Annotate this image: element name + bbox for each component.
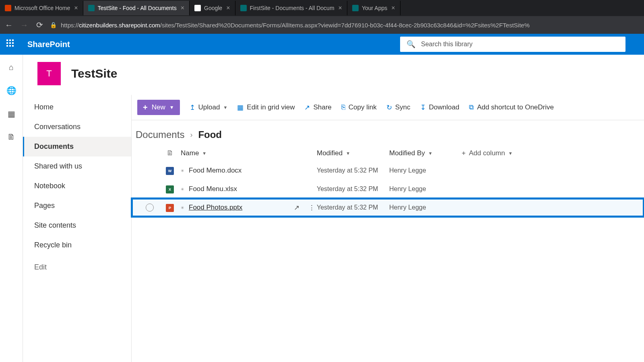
download-icon: ↧	[420, 103, 426, 112]
leftnav-item[interactable]: Recycle bin	[23, 235, 131, 255]
home-icon[interactable]: ⌂	[9, 63, 14, 72]
file-modified-by[interactable]: Henry Legge	[389, 167, 462, 174]
add-shortcut-button[interactable]: ⧉Add shortcut to OneDrive	[469, 103, 554, 111]
share-icon[interactable]: ↗	[294, 204, 299, 212]
new-indicator-icon: ✳	[181, 206, 184, 210]
browser-tab[interactable]: FirstSite - Documents - All Docum ×	[235, 1, 347, 15]
file-modified: Yesterday at 5:32 PM	[317, 167, 389, 174]
file-modified: Yesterday at 5:32 PM	[317, 204, 389, 211]
excel-file-icon: X	[166, 185, 174, 193]
lock-icon: 🔒	[50, 22, 57, 28]
tab-title: FirstSite - Documents - All Docum	[250, 5, 334, 11]
modified-column[interactable]: Modified▼	[317, 149, 389, 157]
leftnav-item[interactable]: Conversations	[23, 117, 131, 137]
add-column-button[interactable]: +Add column▼	[462, 149, 534, 157]
copy-link-button[interactable]: ⎘Copy link	[341, 103, 377, 111]
breadcrumb-current: Food	[198, 129, 222, 140]
new-indicator-icon: ✳	[181, 187, 184, 191]
modified-by-column[interactable]: Modified By▼	[389, 149, 462, 157]
filetype-column-icon[interactable]: 🗎	[164, 149, 176, 157]
url-field[interactable]: 🔒 https://citizenbuilders.sharepoint.com…	[50, 22, 640, 29]
url-text: https://citizenbuilders.sharepoint.com/s…	[61, 22, 530, 29]
tab-favicon	[194, 5, 201, 11]
command-bar: + New ▼ ↥Upload▼ ▦Edit in grid view ↗Sha…	[132, 95, 644, 120]
site-header: T TestSite	[23, 55, 644, 95]
edit-grid-button[interactable]: ▦Edit in grid view	[237, 103, 295, 112]
chevron-down-icon: ▼	[202, 151, 206, 156]
grid-icon: ▦	[237, 103, 244, 112]
leftnav-item[interactable]: Documents	[23, 137, 131, 156]
browser-tabs: Microsoft Office Home × TestSite - Food …	[0, 0, 644, 16]
chevron-down-icon: ▼	[223, 105, 227, 110]
site-logo[interactable]: T	[37, 62, 61, 85]
search-placeholder: Search this library	[421, 41, 473, 48]
back-button[interactable]: ←	[4, 21, 14, 30]
chevron-right-icon: ›	[190, 131, 192, 139]
leftnav-item[interactable]: Pages	[23, 196, 131, 216]
file-name[interactable]: Food Photos.pptx	[189, 204, 242, 212]
new-indicator-icon: ✳	[181, 169, 184, 173]
close-icon[interactable]: ×	[181, 4, 184, 12]
site-name[interactable]: TestSite	[71, 67, 117, 80]
product-name[interactable]: SharePoint	[27, 40, 70, 49]
file-row[interactable]: W ✳ Food Memo.docx ↗ ⋮ Yesterday at 5:32…	[132, 161, 644, 180]
tab-title: Google	[204, 5, 222, 11]
more-icon[interactable]: ⋮	[308, 204, 315, 212]
tab-title: Microsoft Office Home	[14, 5, 70, 11]
upload-button[interactable]: ↥Upload▼	[190, 103, 228, 112]
browser-tab[interactable]: Google ×	[190, 1, 235, 15]
tab-favicon	[5, 5, 11, 11]
suite-bar: SharePoint 🔍 Search this library	[0, 34, 644, 55]
browser-address-bar: ← → ⟳ 🔒 https://citizenbuilders.sharepoi…	[0, 16, 644, 34]
leftnav-item[interactable]: Shared with us	[23, 156, 131, 176]
chevron-down-icon: ▼	[428, 151, 433, 156]
search-box[interactable]: 🔍 Search this library	[400, 37, 625, 52]
close-icon[interactable]: ×	[391, 4, 395, 12]
breadcrumb-parent[interactable]: Documents	[136, 129, 184, 140]
leftnav-item[interactable]: Notebook	[23, 176, 131, 196]
tab-favicon	[88, 5, 95, 11]
browser-tab[interactable]: TestSite - Food - All Documents ×	[83, 1, 190, 15]
share-button[interactable]: ↗Share	[304, 103, 331, 112]
chevron-down-icon: ▼	[169, 105, 174, 110]
reload-button[interactable]: ⟳	[35, 20, 44, 30]
files-icon[interactable]: 🗎	[7, 132, 15, 142]
chevron-down-icon: ▼	[346, 151, 350, 156]
tab-title: Your Apps	[362, 5, 387, 11]
breadcrumb: Documents › Food	[132, 120, 644, 145]
new-button[interactable]: + New ▼	[137, 100, 180, 115]
file-row[interactable]: P ✳ Food Photos.pptx ↗ ⋮ Yesterday at 5:…	[132, 198, 644, 217]
select-toggle[interactable]	[146, 204, 154, 212]
browser-tab[interactable]: Microsoft Office Home ×	[0, 1, 83, 15]
close-icon[interactable]: ×	[74, 4, 78, 12]
share-icon: ↗	[304, 103, 310, 112]
app-launcher-icon[interactable]	[6, 39, 16, 49]
browser-tab[interactable]: Your Apps ×	[347, 1, 400, 15]
plus-icon: +	[143, 103, 148, 112]
sync-button[interactable]: ↻Sync	[386, 103, 411, 112]
link-icon: ⎘	[341, 103, 345, 111]
close-icon[interactable]: ×	[339, 4, 342, 12]
forward-button[interactable]: →	[19, 21, 29, 30]
chevron-down-icon: ▼	[508, 151, 513, 156]
file-modified-by[interactable]: Henry Legge	[389, 204, 462, 211]
file-row[interactable]: X ✳ Food Menu.xlsx ↗ ⋮ Yesterday at 5:32…	[132, 180, 644, 198]
name-column[interactable]: Name▼	[176, 149, 317, 157]
leftnav-item[interactable]: Home	[23, 97, 131, 117]
file-name[interactable]: Food Memo.docx	[189, 167, 242, 175]
globe-icon[interactable]: 🌐	[6, 86, 17, 95]
file-modified-by[interactable]: Henry Legge	[389, 185, 462, 193]
file-modified: Yesterday at 5:32 PM	[317, 185, 389, 193]
leftnav-edit[interactable]: Edit	[23, 257, 131, 277]
close-icon[interactable]: ×	[226, 4, 230, 12]
upload-icon: ↥	[190, 103, 195, 112]
file-name[interactable]: Food Menu.xlsx	[189, 185, 237, 193]
download-button[interactable]: ↧Download	[420, 103, 460, 112]
shortcut-icon: ⧉	[469, 103, 474, 111]
leftnav-item[interactable]: Site contents	[23, 216, 131, 235]
search-icon: 🔍	[407, 40, 415, 49]
new-label: New	[152, 103, 165, 111]
news-icon[interactable]: ▦	[8, 109, 15, 119]
tab-favicon	[240, 5, 247, 11]
ppt-file-icon: P	[166, 204, 174, 212]
